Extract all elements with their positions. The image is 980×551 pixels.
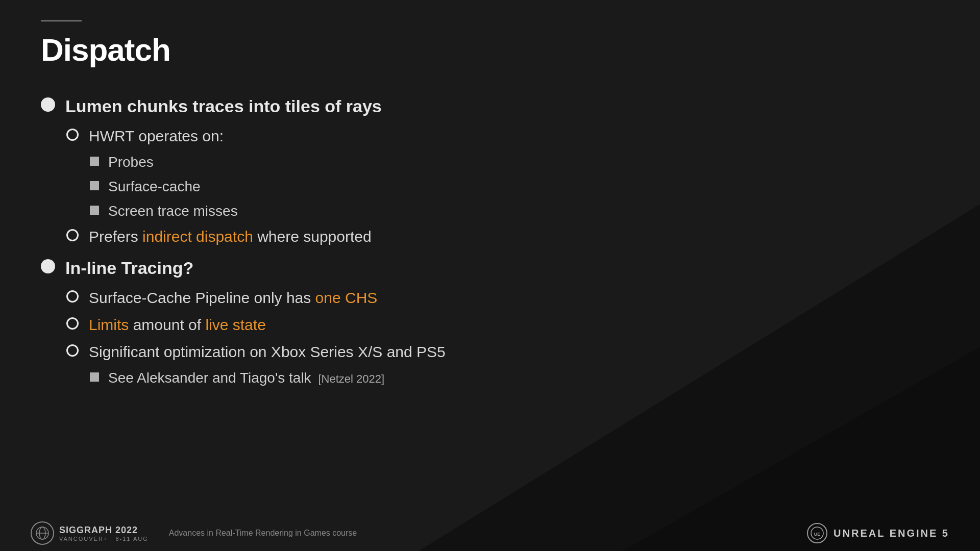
level3-text: Surface-cache — [108, 176, 201, 197]
main-bullet-list: Lumen chunks traces into tiles of rays H… — [41, 93, 939, 389]
siggraph-main-text: SIGGRAPH 2022 — [59, 525, 149, 536]
level2-text: HWRT operates on: — [89, 124, 224, 147]
accent-text: indirect dispatch — [142, 228, 253, 245]
level2-item: Significant optimization on Xbox Series … — [66, 340, 939, 363]
level2-text: Significant optimization on Xbox Series … — [89, 340, 446, 363]
list-item: Surface-cache — [90, 176, 939, 197]
filled-square-bullet — [90, 372, 99, 382]
accent-text: one CHS — [315, 289, 378, 306]
footer-right: UE UNREAL ENGINE 5 — [807, 523, 949, 543]
level1-text: In-line Tracing? — [65, 255, 193, 281]
open-circle-bullet — [66, 290, 79, 303]
siggraph-logo-circle — [31, 521, 54, 545]
level2-item: Prefers indirect dispatch where supporte… — [66, 225, 939, 248]
filled-circle-bullet — [41, 259, 55, 273]
list-item: Screen trace misses — [90, 201, 939, 222]
svg-text:UE: UE — [814, 532, 821, 537]
siggraph-sub-text: VANCOUVER+ 8-11 AUG — [59, 536, 149, 542]
siggraph-text-block: SIGGRAPH 2022 VANCOUVER+ 8-11 AUG — [59, 525, 149, 542]
footer-course-text: Advances in Real-Time Rendering in Games… — [169, 529, 357, 538]
list-item: Significant optimization on Xbox Series … — [66, 340, 939, 389]
open-circle-bullet — [66, 317, 79, 330]
sub-sub-list: Probes Surface-cache Screen trace misses — [90, 152, 939, 222]
level3-text: See Aleksander and Tiago's talk [Netzel … — [108, 367, 384, 389]
open-circle-bullet — [66, 129, 79, 141]
sub-sub-list: See Aleksander and Tiago's talk [Netzel … — [90, 367, 939, 389]
filled-square-bullet — [90, 157, 99, 166]
footer: SIGGRAPH 2022 VANCOUVER+ 8-11 AUG Advanc… — [0, 515, 980, 551]
slide-content: Dispatch Lumen chunks traces into tiles … — [0, 0, 980, 412]
level1-item: In-line Tracing? — [41, 255, 939, 281]
list-item: Surface-Cache Pipeline only has one CHS — [66, 286, 939, 309]
list-item: See Aleksander and Tiago's talk [Netzel … — [90, 367, 939, 389]
filled-square-bullet — [90, 181, 99, 190]
top-decorative-line — [41, 20, 82, 21]
open-circle-bullet — [66, 229, 79, 241]
slide-title: Dispatch — [41, 32, 939, 68]
list-item: Limits amount of live state — [66, 313, 939, 336]
accent-text: live state — [205, 316, 265, 333]
footer-left: SIGGRAPH 2022 VANCOUVER+ 8-11 AUG Advanc… — [31, 521, 357, 545]
ue5-label: UNREAL ENGINE 5 — [834, 528, 949, 539]
sub-list-1: HWRT operates on: Probes Surface-cache — [66, 124, 939, 248]
level3-text: Screen trace misses — [108, 201, 238, 222]
ue5-icon: UE — [810, 526, 824, 540]
open-circle-bullet — [66, 344, 79, 357]
list-item: In-line Tracing? Surface-Cache Pipeline … — [41, 255, 939, 389]
sub-list-2: Surface-Cache Pipeline only has one CHS … — [66, 286, 939, 389]
list-item: Lumen chunks traces into tiles of rays H… — [41, 93, 939, 248]
level1-item: Lumen chunks traces into tiles of rays — [41, 93, 939, 119]
filled-circle-bullet — [41, 97, 55, 112]
list-item: Prefers indirect dispatch where supporte… — [66, 225, 939, 248]
list-item: HWRT operates on: Probes Surface-cache — [66, 124, 939, 222]
citation-text: [Netzel 2022] — [318, 372, 384, 385]
level2-text: Surface-Cache Pipeline only has one CHS — [89, 286, 377, 309]
level2-text: Limits amount of live state — [89, 313, 266, 336]
ue5-logo-circle: UE — [807, 523, 827, 543]
level2-item: HWRT operates on: — [66, 124, 939, 147]
siggraph-logo: SIGGRAPH 2022 VANCOUVER+ 8-11 AUG — [31, 521, 149, 545]
accent-text: Limits — [89, 316, 129, 333]
level3-text: Probes — [108, 152, 154, 173]
siggraph-icon — [35, 525, 50, 541]
level2-item: Surface-Cache Pipeline only has one CHS — [66, 286, 939, 309]
level1-text: Lumen chunks traces into tiles of rays — [65, 93, 382, 119]
level2-text: Prefers indirect dispatch where supporte… — [89, 225, 372, 248]
level2-item: Limits amount of live state — [66, 313, 939, 336]
filled-square-bullet — [90, 206, 99, 215]
list-item: Probes — [90, 152, 939, 173]
